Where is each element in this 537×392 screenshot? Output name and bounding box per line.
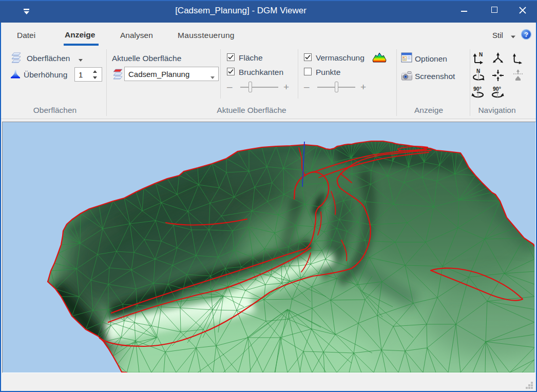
svg-text:N: N (479, 52, 483, 57)
svg-text:90°: 90° (493, 86, 501, 92)
svg-text:90°: 90° (473, 86, 482, 92)
svg-text:?: ? (524, 31, 528, 38)
svg-text:N: N (476, 69, 480, 74)
